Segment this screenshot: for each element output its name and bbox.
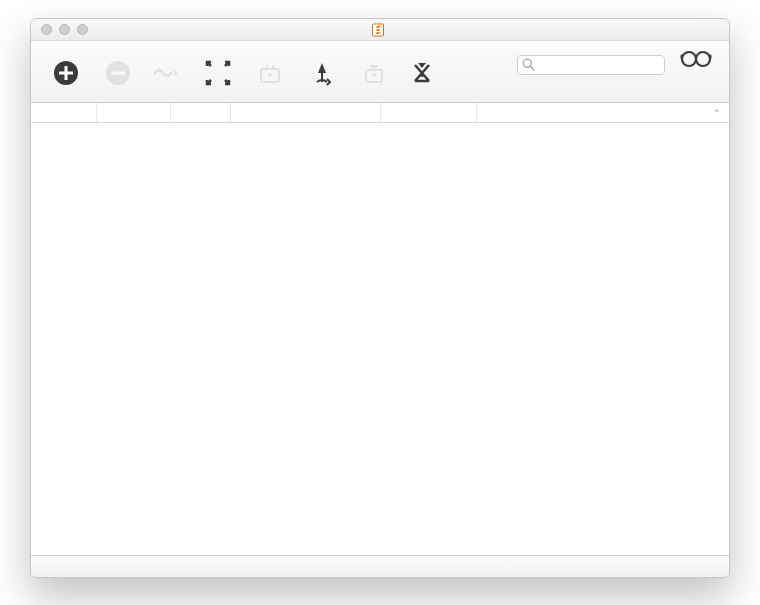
svg-rect-6	[59, 72, 73, 75]
add-files-button[interactable]	[39, 53, 93, 90]
title-bar[interactable]	[31, 19, 729, 41]
header-name[interactable]: ⌃	[477, 103, 729, 122]
extract-all-button[interactable]	[191, 53, 245, 90]
file-list[interactable]	[31, 123, 729, 555]
svg-point-18	[696, 52, 710, 66]
new-folder-button[interactable]	[295, 53, 349, 90]
header-modified[interactable]	[231, 103, 381, 122]
status-bar	[31, 555, 729, 577]
column-headers[interactable]: ⌃	[31, 103, 729, 123]
svg-rect-1	[376, 26, 379, 28]
search-field-wrap	[517, 55, 665, 75]
zoom-window-icon[interactable]	[77, 24, 88, 35]
convert-button[interactable]	[399, 53, 445, 90]
view-button[interactable]	[247, 54, 293, 89]
svg-point-17	[682, 52, 696, 66]
header-compressed[interactable]	[97, 103, 171, 122]
svg-rect-2	[376, 29, 379, 31]
svg-line-16	[530, 66, 534, 70]
zip-file-icon	[371, 23, 385, 37]
svg-point-10	[268, 73, 272, 77]
preview-button[interactable]	[669, 47, 723, 73]
header-size[interactable]	[31, 103, 97, 122]
header-protected[interactable]	[171, 103, 231, 122]
traffic-lights[interactable]	[31, 24, 88, 35]
svg-rect-8	[111, 72, 125, 75]
close-window-icon[interactable]	[41, 24, 52, 35]
svg-rect-13	[372, 73, 376, 76]
toolbar	[31, 41, 729, 103]
search-icon	[522, 58, 535, 74]
svg-rect-0	[372, 24, 383, 36]
header-kind[interactable]	[381, 103, 477, 122]
svg-point-14	[420, 73, 424, 77]
svg-rect-3	[376, 32, 379, 34]
remove-button[interactable]	[95, 53, 141, 90]
minimize-window-icon[interactable]	[59, 24, 70, 35]
sort-indicator-icon: ⌃	[713, 108, 721, 118]
pack-button[interactable]	[351, 54, 397, 89]
extract-button[interactable]	[143, 55, 189, 88]
app-window: ⌃	[30, 18, 730, 578]
search-input[interactable]	[517, 55, 665, 75]
